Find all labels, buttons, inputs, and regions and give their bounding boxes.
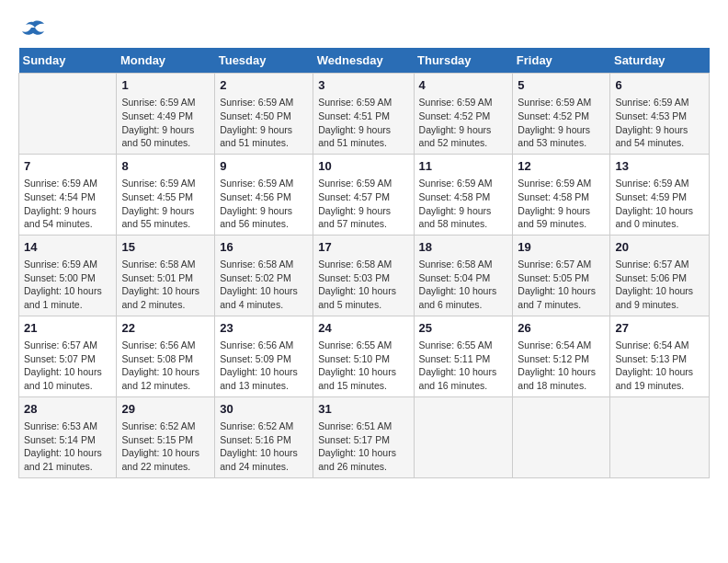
calendar-cell: 6Sunrise: 6:59 AMSunset: 4:53 PMDaylight… <box>610 74 710 155</box>
calendar-row: 21Sunrise: 6:57 AMSunset: 5:07 PMDayligh… <box>19 316 710 396</box>
day-info: Sunrise: 6:59 AMSunset: 4:55 PMDaylight:… <box>121 177 210 231</box>
day-info: Sunrise: 6:54 AMSunset: 5:13 PMDaylight:… <box>615 339 704 393</box>
logo <box>18 18 46 39</box>
header-day: Sunday <box>19 48 117 74</box>
calendar-row: 28Sunrise: 6:53 AMSunset: 5:14 PMDayligh… <box>19 396 710 477</box>
day-number: 3 <box>318 77 408 94</box>
day-number: 24 <box>318 320 408 337</box>
day-number: 5 <box>518 77 605 94</box>
calendar-cell: 19Sunrise: 6:57 AMSunset: 5:05 PMDayligh… <box>513 235 610 316</box>
day-number: 27 <box>615 320 704 337</box>
calendar-header: SundayMondayTuesdayWednesdayThursdayFrid… <box>19 48 710 74</box>
calendar-cell: 12Sunrise: 6:59 AMSunset: 4:58 PMDayligh… <box>513 154 610 235</box>
calendar-table: SundayMondayTuesdayWednesdayThursdayFrid… <box>18 48 710 478</box>
day-info: Sunrise: 6:57 AMSunset: 5:07 PMDaylight:… <box>24 339 111 393</box>
day-number: 17 <box>318 239 408 256</box>
day-info: Sunrise: 6:56 AMSunset: 5:08 PMDaylight:… <box>121 339 210 393</box>
day-number: 26 <box>518 320 605 337</box>
calendar-cell: 20Sunrise: 6:57 AMSunset: 5:06 PMDayligh… <box>610 235 710 316</box>
calendar-row: 14Sunrise: 6:59 AMSunset: 5:00 PMDayligh… <box>19 235 710 316</box>
header-day: Thursday <box>414 48 513 74</box>
day-info: Sunrise: 6:58 AMSunset: 5:02 PMDaylight:… <box>220 258 308 312</box>
day-number: 21 <box>24 320 111 337</box>
day-number: 13 <box>615 158 704 175</box>
calendar-cell <box>610 396 710 477</box>
day-info: Sunrise: 6:55 AMSunset: 5:11 PMDaylight:… <box>419 339 508 393</box>
calendar-row: 7Sunrise: 6:59 AMSunset: 4:54 PMDaylight… <box>19 154 710 235</box>
calendar-cell: 28Sunrise: 6:53 AMSunset: 5:14 PMDayligh… <box>19 396 117 477</box>
calendar-cell <box>414 396 513 477</box>
day-info: Sunrise: 6:53 AMSunset: 5:14 PMDaylight:… <box>24 419 111 474</box>
day-info: Sunrise: 6:51 AMSunset: 5:17 PMDaylight:… <box>318 419 408 474</box>
day-info: Sunrise: 6:59 AMSunset: 4:52 PMDaylight:… <box>419 96 508 150</box>
header-day: Tuesday <box>215 48 313 74</box>
day-number: 18 <box>419 239 508 256</box>
header-day: Monday <box>117 48 215 74</box>
bird-icon <box>20 18 46 39</box>
day-info: Sunrise: 6:59 AMSunset: 5:00 PMDaylight:… <box>24 258 111 312</box>
day-number: 1 <box>121 77 210 94</box>
day-number: 12 <box>518 158 605 175</box>
day-number: 23 <box>220 320 308 337</box>
day-number: 20 <box>615 239 704 256</box>
calendar-cell: 27Sunrise: 6:54 AMSunset: 5:13 PMDayligh… <box>610 316 710 396</box>
calendar-cell: 21Sunrise: 6:57 AMSunset: 5:07 PMDayligh… <box>19 316 117 396</box>
calendar-cell: 22Sunrise: 6:56 AMSunset: 5:08 PMDayligh… <box>117 316 215 396</box>
page-header <box>18 18 710 39</box>
calendar-cell: 7Sunrise: 6:59 AMSunset: 4:54 PMDaylight… <box>19 154 117 235</box>
day-number: 19 <box>518 239 605 256</box>
calendar-body: 1Sunrise: 6:59 AMSunset: 4:49 PMDaylight… <box>19 74 710 478</box>
calendar-cell: 23Sunrise: 6:56 AMSunset: 5:09 PMDayligh… <box>215 316 313 396</box>
day-info: Sunrise: 6:59 AMSunset: 4:58 PMDaylight:… <box>518 177 605 231</box>
calendar-cell: 8Sunrise: 6:59 AMSunset: 4:55 PMDaylight… <box>117 154 215 235</box>
calendar-cell: 24Sunrise: 6:55 AMSunset: 5:10 PMDayligh… <box>313 316 414 396</box>
day-info: Sunrise: 6:54 AMSunset: 5:12 PMDaylight:… <box>518 339 605 393</box>
day-number: 15 <box>121 239 210 256</box>
day-info: Sunrise: 6:55 AMSunset: 5:10 PMDaylight:… <box>318 339 408 393</box>
calendar-cell: 14Sunrise: 6:59 AMSunset: 5:00 PMDayligh… <box>19 235 117 316</box>
header-day: Saturday <box>610 48 710 74</box>
calendar-cell: 4Sunrise: 6:59 AMSunset: 4:52 PMDaylight… <box>414 74 513 155</box>
day-info: Sunrise: 6:59 AMSunset: 4:50 PMDaylight:… <box>220 96 308 150</box>
day-number: 11 <box>419 158 508 175</box>
day-number: 28 <box>24 401 111 418</box>
calendar-cell: 15Sunrise: 6:58 AMSunset: 5:01 PMDayligh… <box>117 235 215 316</box>
day-info: Sunrise: 6:59 AMSunset: 4:54 PMDaylight:… <box>24 177 111 231</box>
calendar-cell: 18Sunrise: 6:58 AMSunset: 5:04 PMDayligh… <box>414 235 513 316</box>
day-info: Sunrise: 6:58 AMSunset: 5:03 PMDaylight:… <box>318 258 408 312</box>
calendar-cell <box>513 396 610 477</box>
calendar-cell: 25Sunrise: 6:55 AMSunset: 5:11 PMDayligh… <box>414 316 513 396</box>
day-number: 4 <box>419 77 508 94</box>
calendar-cell: 31Sunrise: 6:51 AMSunset: 5:17 PMDayligh… <box>313 396 414 477</box>
day-info: Sunrise: 6:52 AMSunset: 5:16 PMDaylight:… <box>220 419 308 474</box>
day-info: Sunrise: 6:56 AMSunset: 5:09 PMDaylight:… <box>220 339 308 393</box>
day-info: Sunrise: 6:58 AMSunset: 5:01 PMDaylight:… <box>121 258 210 312</box>
day-number: 2 <box>220 77 308 94</box>
day-number: 8 <box>121 158 210 175</box>
day-info: Sunrise: 6:59 AMSunset: 4:56 PMDaylight:… <box>220 177 308 231</box>
day-number: 29 <box>121 401 210 418</box>
day-number: 7 <box>24 158 111 175</box>
day-info: Sunrise: 6:57 AMSunset: 5:05 PMDaylight:… <box>518 258 605 312</box>
calendar-cell: 13Sunrise: 6:59 AMSunset: 4:59 PMDayligh… <box>610 154 710 235</box>
day-info: Sunrise: 6:59 AMSunset: 4:52 PMDaylight:… <box>518 96 605 150</box>
calendar-cell: 2Sunrise: 6:59 AMSunset: 4:50 PMDaylight… <box>215 74 313 155</box>
day-info: Sunrise: 6:59 AMSunset: 4:59 PMDaylight:… <box>615 177 704 231</box>
day-info: Sunrise: 6:59 AMSunset: 4:57 PMDaylight:… <box>318 177 408 231</box>
day-number: 14 <box>24 239 111 256</box>
calendar-cell: 3Sunrise: 6:59 AMSunset: 4:51 PMDaylight… <box>313 74 414 155</box>
day-info: Sunrise: 6:59 AMSunset: 4:51 PMDaylight:… <box>318 96 408 150</box>
calendar-cell: 5Sunrise: 6:59 AMSunset: 4:52 PMDaylight… <box>513 74 610 155</box>
day-number: 31 <box>318 401 408 418</box>
day-info: Sunrise: 6:52 AMSunset: 5:15 PMDaylight:… <box>121 419 210 474</box>
day-number: 22 <box>121 320 210 337</box>
calendar-cell: 16Sunrise: 6:58 AMSunset: 5:02 PMDayligh… <box>215 235 313 316</box>
day-number: 16 <box>220 239 308 256</box>
calendar-cell: 9Sunrise: 6:59 AMSunset: 4:56 PMDaylight… <box>215 154 313 235</box>
calendar-cell: 11Sunrise: 6:59 AMSunset: 4:58 PMDayligh… <box>414 154 513 235</box>
calendar-cell: 30Sunrise: 6:52 AMSunset: 5:16 PMDayligh… <box>215 396 313 477</box>
day-number: 9 <box>220 158 308 175</box>
day-number: 25 <box>419 320 508 337</box>
day-info: Sunrise: 6:58 AMSunset: 5:04 PMDaylight:… <box>419 258 508 312</box>
header-day: Friday <box>513 48 610 74</box>
